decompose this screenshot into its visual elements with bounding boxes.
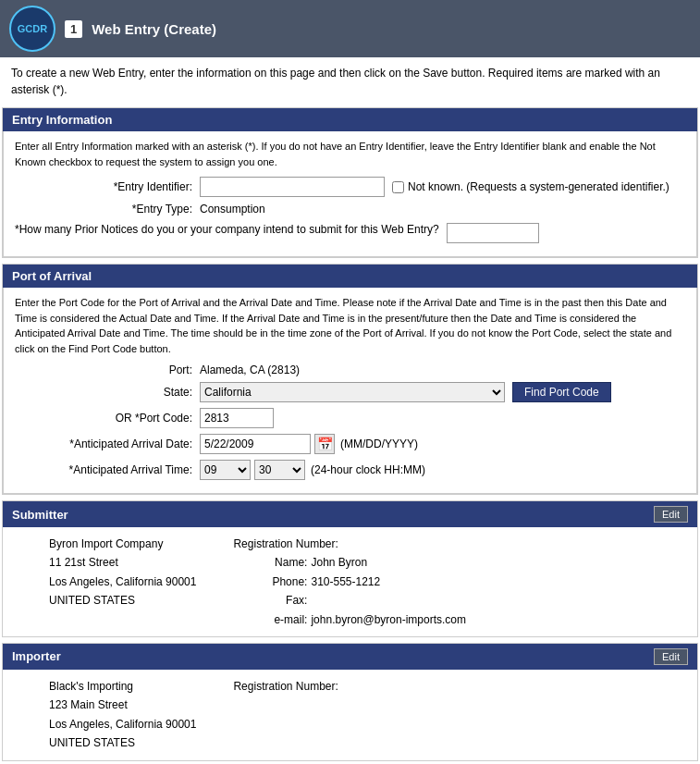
entry-type-label: *Entry Type: <box>15 203 200 216</box>
submitter-street: 11 21st Street <box>49 553 196 572</box>
importer-content: Black's Importing 123 Main Street Los An… <box>3 670 697 760</box>
port-value: Alameda, CA (2813) <box>200 364 300 376</box>
title-bar: GCDR 1 Web Entry (Create) <box>0 0 700 57</box>
port-code-row: OR *Port Code: <box>15 408 685 428</box>
submitter-city-state-zip: Los Angeles, California 90001 <box>49 573 196 591</box>
submitter-name-label: Name: <box>233 553 307 572</box>
page-title: Web Entry (Create) <box>92 21 216 37</box>
entry-info-desc: Enter all Entry Information marked with … <box>15 139 685 169</box>
state-label: State: <box>15 386 200 399</box>
submitter-reg-block: Registration Number: Name: John Byron Ph… <box>233 535 466 629</box>
arrival-date-label: *Anticipated Arrival Date: <box>15 437 200 450</box>
submitter-fax-row: Fax: <box>233 591 466 610</box>
submitter-phone-row: Phone: 310-555-1212 <box>233 573 466 591</box>
submitter-section: Submitter Edit Byron Import Company 11 2… <box>2 500 698 637</box>
submitter-country: UNITED STATES <box>49 591 196 610</box>
arrival-time-row: *Anticipated Arrival Time: 0001020304 05… <box>15 460 685 480</box>
importer-reg-block: Registration Number: <box>233 677 341 753</box>
hour-select[interactable]: 0001020304 0506070809 1011121314 1516171… <box>200 460 251 480</box>
port-row: Port: Alameda, CA (2813) <box>15 364 685 376</box>
entry-info-body: Enter all Entry Information marked with … <box>3 131 697 257</box>
reg-number-label: Registration Number: <box>233 535 338 553</box>
minute-select[interactable]: 000510152025 303540455055 <box>254 460 305 480</box>
find-port-code-button[interactable]: Find Port Code <box>512 382 611 402</box>
submitter-reg-number-row: Registration Number: <box>233 535 466 553</box>
port-of-arrival-desc: Enter the Port Code for the Port of Arri… <box>15 295 685 356</box>
entry-type-row: *Entry Type: Consumption <box>15 203 685 216</box>
importer-street: 123 Main Street <box>49 696 196 714</box>
state-select[interactable]: California Alabama Alaska Arizona Arkans… <box>200 382 505 402</box>
prior-notices-input[interactable] <box>447 223 539 243</box>
submitter-address: Byron Import Company 11 21st Street Los … <box>49 535 196 629</box>
importer-reg-number-row: Registration Number: <box>233 677 341 696</box>
state-row: State: California Alabama Alaska Arizona… <box>15 382 685 402</box>
entry-info-section: Entry Information Enter all Entry Inform… <box>2 107 698 258</box>
importer-city-state-zip: Los Angeles, California 90001 <box>49 715 196 733</box>
not-known-checkbox[interactable] <box>392 181 404 193</box>
importer-address: Black's Importing 123 Main Street Los An… <box>49 677 196 753</box>
logo: GCDR <box>9 6 55 52</box>
prior-notices-row: *How many Prior Notices do you or your c… <box>15 221 685 243</box>
entry-identifier-input[interactable] <box>200 177 385 197</box>
arrival-date-row: *Anticipated Arrival Date: 📅 (MM/DD/YYYY… <box>15 434 685 454</box>
submitter-edit-button[interactable]: Edit <box>654 506 688 523</box>
submitter-name-row: Name: John Byron <box>233 553 466 572</box>
importer-reg-label: Registration Number: <box>233 677 338 696</box>
importer-edit-button[interactable]: Edit <box>654 648 688 665</box>
submitter-fax-label: Fax: <box>233 591 307 610</box>
step-number: 1 <box>65 20 82 38</box>
port-of-arrival-header: Port of Arrival <box>3 265 697 288</box>
submitter-phone-label: Phone: <box>233 573 307 591</box>
not-known-label: Not known. (Requests a system-generated … <box>408 180 669 193</box>
port-code-label: OR *Port Code: <box>15 412 200 425</box>
entry-identifier-label: *Entry Identifier: <box>15 180 200 193</box>
entry-type-value: Consumption <box>200 203 265 216</box>
not-known-area: Not known. (Requests a system-generated … <box>392 180 669 193</box>
arrival-date-input[interactable] <box>200 434 311 454</box>
submitter-email-row: e-mail: john.byron@byron-imports.com <box>233 610 466 629</box>
port-of-arrival-body: Enter the Port Code for the Port of Arri… <box>3 288 697 494</box>
importer-header: Importer Edit <box>3 644 697 670</box>
submitter-name-value: John Byron <box>311 553 367 572</box>
submitter-email-value: john.byron@byron-imports.com <box>311 610 466 629</box>
intro-text: To create a new Web Entry, enter the inf… <box>0 57 700 105</box>
time-format-hint: (24-hour clock HH:MM) <box>311 463 425 476</box>
submitter-content: Byron Import Company 11 21st Street Los … <box>3 527 697 636</box>
prior-notices-label: *How many Prior Notices do you or your c… <box>15 221 447 238</box>
port-code-input[interactable] <box>200 408 274 428</box>
arrival-time-label: *Anticipated Arrival Time: <box>15 463 200 476</box>
importer-country: UNITED STATES <box>49 733 196 752</box>
port-of-arrival-section: Port of Arrival Enter the Port Code for … <box>2 264 698 495</box>
submitter-phone-value: 310-555-1212 <box>311 573 380 591</box>
date-format-hint: (MM/DD/YYYY) <box>340 437 418 450</box>
entry-info-header: Entry Information <box>3 108 697 131</box>
entry-identifier-row: *Entry Identifier: Not known. (Requests … <box>15 177 685 197</box>
port-label: Port: <box>15 364 200 376</box>
importer-company: Black's Importing <box>49 677 196 696</box>
submitter-company: Byron Import Company <box>49 535 196 553</box>
calendar-icon[interactable]: 📅 <box>314 434 335 454</box>
importer-section: Importer Edit Black's Importing 123 Main… <box>2 643 698 761</box>
submitter-email-label: e-mail: <box>233 610 307 629</box>
submitter-header: Submitter Edit <box>3 501 697 527</box>
